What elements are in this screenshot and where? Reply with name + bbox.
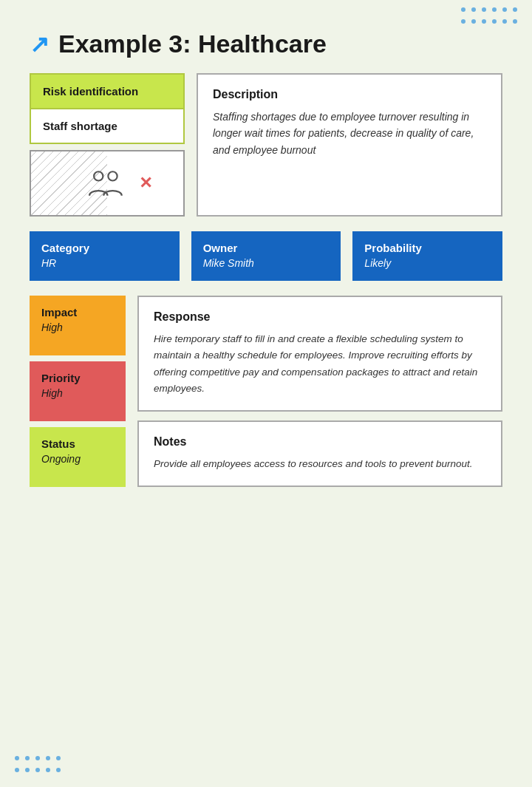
status-label: Status [41, 437, 114, 450]
decorative-dots-bottom-left-1 [15, 756, 61, 760]
response-text: Hire temporary staff to fill in and crea… [154, 331, 486, 397]
main-content: Risk identification Staff shortage ✕ [0, 73, 532, 517]
page-header: ↗ Example 3: Healthcare [0, 0, 532, 73]
category-card: Category HR [30, 231, 180, 281]
notes-title: Notes [154, 435, 486, 449]
svg-point-0 [94, 171, 103, 180]
status-value: Ongoing [41, 453, 114, 465]
owner-value: Mike Smith [203, 257, 330, 269]
response-box: Response Hire temporary staff to fill in… [137, 296, 502, 412]
owner-label: Owner [203, 242, 330, 254]
svg-point-1 [108, 171, 117, 180]
right-column: Response Hire temporary staff to fill in… [137, 296, 502, 487]
probability-value: Likely [364, 257, 491, 269]
priority-value: High [41, 387, 114, 399]
response-title: Response [154, 310, 486, 324]
left-column: Risk identification Staff shortage ✕ [30, 73, 185, 217]
decorative-dots-top-right-2 [461, 19, 517, 24]
priority-label: Priority [41, 372, 114, 384]
icon-area: ✕ [84, 165, 152, 202]
description-text: Staffing shortages due to employee turno… [213, 109, 486, 158]
decorative-dots-top-right [461, 7, 517, 12]
impact-value: High [41, 321, 114, 333]
arrow-icon: ↗ [30, 30, 50, 58]
probability-label: Probability [364, 242, 491, 254]
risk-name: Staff shortage [43, 120, 117, 132]
notes-box: Notes Provide all employees access to re… [137, 420, 502, 487]
probability-card: Probability Likely [352, 231, 502, 281]
impact-label: Impact [41, 306, 114, 318]
staff-shortage-box: Staff shortage [30, 109, 185, 144]
status-column: Impact High Priority High Status Ongoing [30, 296, 126, 487]
category-label: Category [41, 242, 168, 254]
impact-card: Impact High [30, 296, 126, 355]
owner-card: Owner Mike Smith [191, 231, 341, 281]
status-card: Status Ongoing [30, 427, 126, 487]
category-value: HR [41, 257, 168, 269]
top-section: Risk identification Staff shortage ✕ [30, 73, 502, 217]
risk-id-label: Risk identification [43, 85, 138, 98]
page-title: Example 3: Healthcare [58, 30, 327, 58]
decorative-dots-bottom-left-2 [15, 768, 61, 772]
people-icon [84, 165, 136, 202]
priority-card: Priority High [30, 361, 126, 421]
description-box: Description Staffing shortages due to em… [197, 73, 502, 217]
risk-id-box: Risk identification [30, 73, 185, 109]
bottom-section: Impact High Priority High Status Ongoing… [30, 296, 502, 487]
description-title: Description [213, 88, 486, 101]
icon-box: ✕ [30, 150, 185, 217]
x-mark-icon: ✕ [139, 174, 152, 193]
cop-row: Category HR Owner Mike Smith Probability… [30, 231, 502, 281]
notes-text: Provide all employees access to resource… [154, 456, 486, 472]
